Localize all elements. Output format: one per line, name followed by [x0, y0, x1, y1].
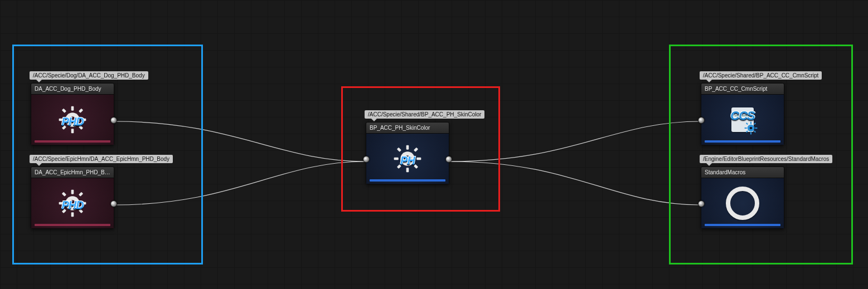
node-path-tooltip: /ACC/Specie/Dog/DA_ACC_Dog_PHD_Body [30, 71, 148, 80]
node-title: BP_ACC_CC_CmnScript [701, 84, 784, 95]
thumb-underline [705, 140, 780, 143]
svg-rect-22 [406, 168, 409, 172]
gear-icon: PH [391, 143, 424, 175]
node-path-tooltip: /ACC/Specie/EpicHmn/DA_ACC_EpicHmn_PHD_B… [30, 155, 173, 163]
output-pin[interactable] [445, 156, 452, 163]
svg-rect-2 [71, 129, 74, 133]
svg-rect-38 [746, 130, 748, 133]
svg-rect-12 [71, 212, 74, 217]
thumb-underline [35, 224, 110, 226]
node-title: DA_ACC_Dog_PHD_Body [31, 84, 114, 95]
graph-node-standardmacros[interactable]: /Engine/EditorBlueprintResources/Standar… [701, 155, 784, 229]
badge-label: PHD [61, 115, 83, 128]
node-path-tooltip: /Engine/EditorBlueprintResources/Standar… [700, 155, 832, 163]
svg-rect-1 [71, 106, 74, 111]
input-pin[interactable] [363, 156, 370, 163]
svg-rect-21 [406, 145, 409, 150]
graph-node-da-acc-epichmn-phd-body[interactable]: /ACC/Specie/EpicHmn/DA_ACC_EpicHmn_PHD_B… [31, 155, 114, 229]
gear-icon: PHD [56, 104, 89, 136]
badge-label: PH [400, 154, 415, 166]
node-title: StandardMacros [701, 167, 784, 178]
thumb-underline [35, 140, 110, 143]
svg-rect-25 [397, 148, 401, 152]
svg-rect-7 [79, 109, 83, 113]
svg-rect-34 [755, 128, 757, 129]
svg-rect-27 [414, 148, 418, 152]
input-pin[interactable] [698, 117, 705, 124]
output-pin[interactable] [110, 200, 117, 207]
node-thumbnail [701, 178, 784, 228]
script-icon: CCS [726, 103, 759, 136]
node-thumbnail: PHD [31, 178, 114, 228]
svg-rect-23 [394, 158, 399, 160]
graph-node-da-acc-dog-phd-body[interactable]: /ACC/Specie/Dog/DA_ACC_Dog_PHD_Body DA_A… [31, 71, 114, 145]
gear-icon: PHD [56, 187, 89, 219]
svg-rect-36 [754, 130, 756, 133]
node-thumbnail: PH [366, 134, 449, 184]
svg-rect-33 [745, 128, 747, 129]
output-pin[interactable] [110, 117, 117, 124]
node-card[interactable]: BP_ACC_CC_CmnScript CCS [701, 83, 784, 145]
thumb-underline [705, 224, 780, 226]
svg-rect-17 [79, 192, 83, 197]
input-pin[interactable] [698, 200, 705, 207]
svg-rect-24 [416, 158, 421, 160]
node-thumbnail: CCS [701, 95, 784, 145]
svg-rect-32 [750, 132, 751, 134]
node-path-tooltip: /ACC/Specie/Shared/BP_ACC_CC_CmnScript [700, 71, 822, 80]
ring-icon [726, 187, 759, 220]
svg-rect-5 [62, 109, 66, 113]
node-path-tooltip: /ACC/Specie/Shared/BP_ACC_PH_SkinColor [365, 110, 484, 119]
graph-node-bp-acc-ph-skincolor[interactable]: /ACC/Specie/Shared/BP_ACC_PH_SkinColor B… [366, 110, 449, 184]
node-card[interactable]: DA_ACC_Dog_PHD_Body PHD [31, 83, 114, 145]
node-card[interactable]: DA_ACC_EpicHmn_PHD_Body PHD [31, 166, 114, 229]
thumb-underline [370, 179, 445, 182]
node-card[interactable]: BP_ACC_PH_SkinColor PH [366, 122, 449, 184]
badge-label: PHD [61, 198, 83, 211]
svg-rect-11 [71, 190, 74, 194]
graph-canvas[interactable]: /ACC/Specie/Dog/DA_ACC_Dog_PHD_Body DA_A… [0, 0, 868, 289]
node-title: DA_ACC_EpicHmn_PHD_Body [31, 167, 114, 178]
node-title: BP_ACC_PH_SkinColor [366, 123, 449, 134]
node-card[interactable]: StandardMacros [701, 166, 784, 229]
graph-node-bp-acc-cc-cmnscript[interactable]: /ACC/Specie/Shared/BP_ACC_CC_CmnScript B… [701, 71, 784, 145]
node-thumbnail: PHD [31, 95, 114, 145]
svg-rect-15 [62, 192, 66, 197]
svg-point-39 [750, 127, 753, 130]
badge-label: CCS [730, 109, 754, 123]
